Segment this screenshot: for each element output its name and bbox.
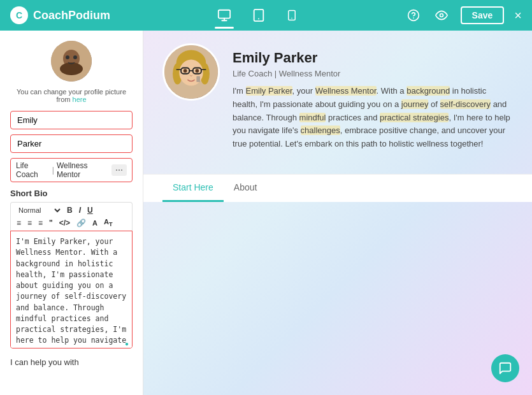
- tags-row[interactable]: Life Coach | Wellness Mentor ⋯: [10, 158, 133, 182]
- format-select[interactable]: Normal Heading 1 Heading 2: [15, 205, 62, 215]
- preview-name: Emily Parker: [233, 50, 513, 66]
- help-button[interactable]: [405, 6, 422, 24]
- tag-more-button[interactable]: ⋯: [111, 164, 127, 176]
- preview-tabs: Start Here About: [143, 174, 532, 202]
- preview-bio: I'm Emily Parker, your Wellness Mentor. …: [233, 85, 513, 151]
- chat-fab-button[interactable]: [491, 354, 519, 382]
- top-navigation: C CoachPodium Save ×: [0, 0, 532, 31]
- editor-toolbar: Normal Heading 1 Heading 2 B I U ≡ ≡ ≡ "…: [10, 202, 133, 231]
- preview-profile-header: Emily Parker Life Coach | Wellness Mento…: [143, 31, 532, 161]
- quote-button[interactable]: ": [47, 218, 55, 228]
- app-name: CoachPodium: [33, 9, 110, 22]
- toolbar-row-2: ≡ ≡ ≡ " </> 🔗 A AT: [15, 217, 128, 228]
- char-count: ●: [125, 340, 129, 347]
- tag-life-coach: Life Coach: [16, 161, 50, 179]
- help-label: I can help you with: [10, 357, 133, 367]
- align-right-button[interactable]: ≡: [36, 218, 45, 228]
- mobile-view-button[interactable]: [284, 6, 300, 25]
- svg-rect-0: [219, 10, 230, 18]
- profile-pic-help: You can change your profile picture from…: [10, 88, 133, 103]
- avatar: [51, 41, 92, 82]
- nav-device-switcher: [215, 6, 300, 25]
- save-button[interactable]: Save: [461, 6, 505, 24]
- svg-point-26: [196, 69, 199, 73]
- bio-editor-wrap: I'm Emily Parker, your Wellness Mentor. …: [10, 231, 133, 351]
- highlight-button[interactable]: AT: [102, 217, 115, 228]
- preview-area: Emily Parker Life Coach | Wellness Mento…: [143, 31, 532, 395]
- svg-rect-27: [196, 76, 200, 82]
- svg-point-25: [183, 69, 187, 73]
- bold-button[interactable]: B: [65, 205, 75, 215]
- svg-point-13: [66, 55, 69, 59]
- preview-button[interactable]: [433, 6, 450, 24]
- align-left-button[interactable]: ≡: [15, 218, 23, 228]
- short-bio-label: Short Bio: [10, 189, 133, 198]
- tablet-view-button[interactable]: [249, 6, 268, 25]
- main-layout: You can change your profile picture from…: [0, 31, 532, 395]
- close-button[interactable]: ×: [514, 8, 522, 23]
- tab-start-here[interactable]: Start Here: [162, 175, 224, 202]
- tab-about[interactable]: About: [224, 175, 268, 202]
- first-name-input[interactable]: [10, 111, 133, 129]
- preview-avatar: [162, 43, 220, 101]
- underline-button[interactable]: U: [85, 205, 95, 215]
- toolbar-row-1: Normal Heading 1 Heading 2 B I U: [15, 205, 128, 215]
- profile-pic-link[interactable]: here: [73, 96, 87, 103]
- desktop-view-button[interactable]: [215, 6, 234, 25]
- align-center-button[interactable]: ≡: [25, 218, 34, 228]
- text-color-button[interactable]: A: [90, 219, 99, 227]
- last-name-field: [10, 134, 133, 153]
- link-button[interactable]: 🔗: [75, 218, 88, 228]
- avatar-section: [10, 41, 133, 82]
- logo-icon: C: [10, 6, 28, 24]
- svg-point-9: [440, 14, 443, 17]
- preview-info: Emily Parker Life Coach | Wellness Mento…: [233, 43, 513, 151]
- logo: C CoachPodium: [10, 6, 110, 24]
- italic-button[interactable]: I: [77, 205, 83, 215]
- sidebar: You can change your profile picture from…: [0, 31, 143, 395]
- bio-textarea[interactable]: I'm Emily Parker, your Wellness Mentor. …: [10, 231, 133, 348]
- first-name-field: [10, 111, 133, 129]
- last-name-input[interactable]: [10, 134, 133, 153]
- code-button[interactable]: </>: [57, 218, 72, 228]
- nav-actions: Save ×: [405, 6, 522, 24]
- tag-wellness-mentor: Wellness Mentor: [57, 161, 109, 179]
- preview-tagline: Life Coach | Wellness Mentor: [233, 69, 513, 78]
- svg-point-14: [73, 55, 77, 59]
- svg-point-12: [60, 62, 83, 75]
